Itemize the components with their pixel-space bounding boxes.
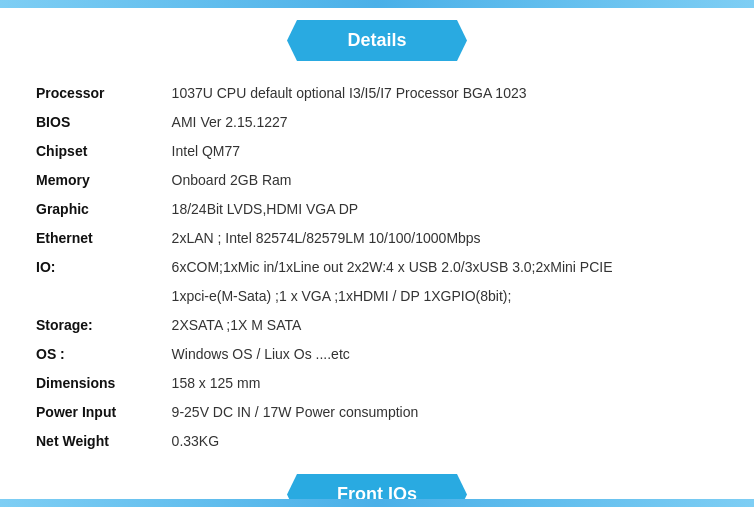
table-row: ChipsetIntel QM77: [30, 137, 724, 166]
table-row: Processor1037U CPU default optional I3/I…: [30, 79, 724, 108]
spec-key: Chipset: [30, 137, 166, 166]
spec-value: 1037U CPU default optional I3/I5/I7 Proc…: [166, 79, 724, 108]
table-row: Dimensions158 x 125 mm: [30, 369, 724, 398]
spec-key: Net Weight: [30, 427, 166, 456]
details-banner-label: Details: [347, 30, 406, 50]
bottom-border: [0, 499, 754, 507]
table-row: Graphic18/24Bit LVDS,HDMI VGA DP: [30, 195, 724, 224]
spec-value: 158 x 125 mm: [166, 369, 724, 398]
spec-value: 9-25V DC IN / 17W Power consumption: [166, 398, 724, 427]
table-row: Ethernet2xLAN ; Intel 82574L/82579LM 10/…: [30, 224, 724, 253]
table-row: Power Input9-25V DC IN / 17W Power consu…: [30, 398, 724, 427]
table-row: Net Weight0.33KG: [30, 427, 724, 456]
spec-value: AMI Ver 2.15.1227: [166, 108, 724, 137]
table-row: IO:6xCOM;1xMic in/1xLine out 2x2W:4 x US…: [30, 253, 724, 282]
spec-key: BIOS: [30, 108, 166, 137]
spec-key: Ethernet: [30, 224, 166, 253]
spec-key: IO:: [30, 253, 166, 282]
spec-value: 2XSATA ;1X M SATA: [166, 311, 724, 340]
spec-value: 6xCOM;1xMic in/1xLine out 2x2W:4 x USB 2…: [166, 253, 724, 282]
spec-value: Intel QM77: [166, 137, 724, 166]
spec-key: Processor: [30, 79, 166, 108]
details-banner: Details: [287, 20, 467, 61]
spec-value: Windows OS / Liux Os ....etc: [166, 340, 724, 369]
table-row: 1xpci-e(M-Sata) ;1 x VGA ;1xHDMI / DP 1X…: [30, 282, 724, 311]
table-row: MemoryOnboard 2GB Ram: [30, 166, 724, 195]
spec-key: Power Input: [30, 398, 166, 427]
spec-key: OS :: [30, 340, 166, 369]
top-border: [0, 0, 754, 8]
spec-key: Graphic: [30, 195, 166, 224]
spec-value: 18/24Bit LVDS,HDMI VGA DP: [166, 195, 724, 224]
spec-value: 2xLAN ; Intel 82574L/82579LM 10/100/1000…: [166, 224, 724, 253]
table-row: Storage:2XSATA ;1X M SATA: [30, 311, 724, 340]
specs-table: Processor1037U CPU default optional I3/I…: [30, 79, 724, 456]
spec-value: Onboard 2GB Ram: [166, 166, 724, 195]
table-row: BIOSAMI Ver 2.15.1227: [30, 108, 724, 137]
spec-key: Storage:: [30, 311, 166, 340]
spec-key: Dimensions: [30, 369, 166, 398]
spec-key: Memory: [30, 166, 166, 195]
table-row: OS :Windows OS / Liux Os ....etc: [30, 340, 724, 369]
spec-key: [30, 282, 166, 311]
page-wrapper: Details Processor1037U CPU default optio…: [0, 8, 754, 507]
details-banner-container: Details: [30, 20, 724, 61]
spec-value: 1xpci-e(M-Sata) ;1 x VGA ;1xHDMI / DP 1X…: [166, 282, 724, 311]
spec-value: 0.33KG: [166, 427, 724, 456]
